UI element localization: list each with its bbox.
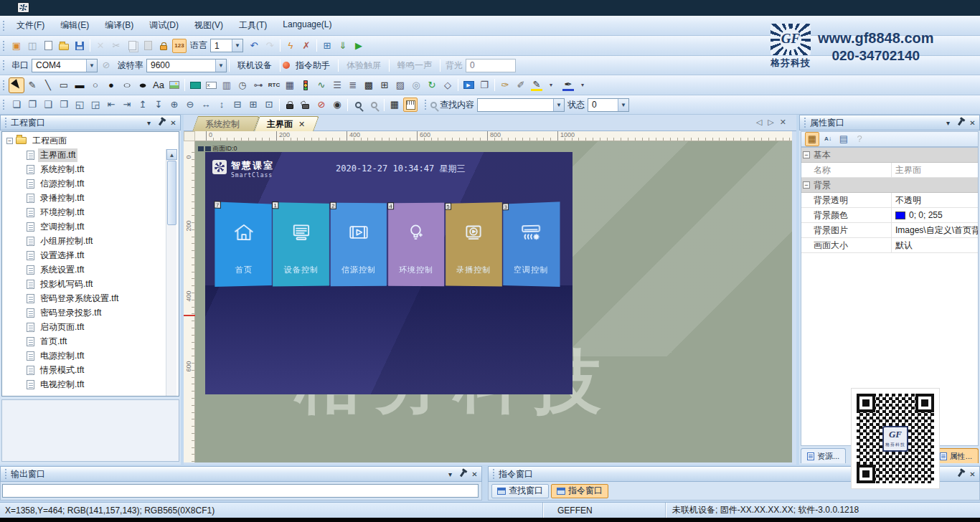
traffic-light-widget-icon[interactable] bbox=[298, 78, 313, 92]
align-bottom-icon[interactable]: ↧ bbox=[151, 98, 166, 112]
center-vertical-icon[interactable]: ⊖ bbox=[183, 98, 197, 112]
eyedropper-icon[interactable]: ✐ bbox=[514, 78, 528, 92]
find-content-select[interactable]: ▼ bbox=[477, 98, 565, 112]
rect-tool-icon[interactable]: ▭ bbox=[57, 78, 71, 92]
panel-widget-icon[interactable] bbox=[188, 78, 202, 92]
baud-rate-select[interactable]: 9600▼ bbox=[146, 59, 227, 72]
property-row[interactable]: 名称 主界面 bbox=[801, 163, 978, 178]
tree-item[interactable]: 首页.tft bbox=[2, 334, 179, 348]
scroll-up-icon[interactable]: ▲ bbox=[166, 149, 177, 160]
card-ac[interactable]: 3 空调控制 bbox=[503, 201, 560, 287]
编辑(E)[interactable]: 编辑(E) bbox=[52, 16, 97, 34]
run-icon[interactable]: ▶ bbox=[352, 39, 366, 53]
toolbar-grip[interactable] bbox=[424, 99, 427, 110]
tree-item[interactable]: 小组屏控制.tft bbox=[2, 234, 179, 248]
save-icon[interactable] bbox=[72, 39, 87, 53]
lock-object-icon[interactable] bbox=[283, 98, 297, 112]
tree-item[interactable]: 录播控制.tft bbox=[2, 191, 179, 205]
property-value[interactable]: 0; 0; 255 bbox=[891, 208, 978, 222]
next-tab-icon[interactable]: ▷ bbox=[768, 118, 773, 127]
alphabetical-sort-icon[interactable]: A↓ bbox=[821, 132, 835, 146]
unlock-object-icon[interactable] bbox=[298, 98, 313, 112]
close-icon[interactable]: ✕ bbox=[967, 469, 978, 480]
property-row[interactable]: − 背景 bbox=[801, 178, 978, 193]
dock-tab[interactable]: 指令窗口 bbox=[551, 484, 608, 498]
textbox-widget-icon[interactable]: x bbox=[204, 78, 218, 92]
button-widget-icon[interactable]: ▥ bbox=[220, 78, 234, 92]
close-icon[interactable]: ✕ bbox=[469, 469, 480, 480]
pin-icon[interactable] bbox=[457, 469, 468, 480]
ungroup-icon[interactable]: ◲ bbox=[88, 98, 103, 112]
工具(T)[interactable]: 工具(T) bbox=[231, 16, 275, 34]
dock-tab[interactable]: 查找窗口 bbox=[491, 484, 549, 498]
bring-to-front-icon[interactable]: ❏ bbox=[9, 98, 24, 112]
tree-root[interactable]: − 工程画面 bbox=[2, 133, 179, 148]
tree-item[interactable]: 系统设置.tft bbox=[2, 262, 179, 277]
tree-item[interactable]: 密码登录投影.tft bbox=[2, 305, 179, 320]
close-icon[interactable]: ✕ bbox=[168, 118, 179, 128]
ruler-toggle-icon[interactable] bbox=[403, 98, 418, 112]
redo-icon[interactable]: ↷ bbox=[263, 39, 277, 53]
property-row[interactable]: − 基本 bbox=[801, 148, 978, 163]
chevron-down-icon[interactable]: ▼ bbox=[86, 60, 97, 72]
tree-item[interactable]: 系统控制.tft bbox=[2, 162, 179, 176]
language-select[interactable]: 1▼ bbox=[210, 39, 243, 52]
panel-menu-icon[interactable]: ▾ bbox=[143, 118, 154, 128]
toolbar-grip[interactable] bbox=[2, 80, 5, 91]
文件(F)[interactable]: 文件(F) bbox=[9, 16, 52, 34]
list-widget-icon[interactable]: ☰ bbox=[330, 78, 344, 92]
panel-grip[interactable] bbox=[4, 117, 7, 128]
help-icon[interactable]: ? bbox=[852, 132, 867, 146]
state-select[interactable]: 0▼ bbox=[588, 98, 629, 112]
视图(V)[interactable]: 视图(V) bbox=[187, 16, 231, 34]
numeric-123-icon[interactable]: 123 bbox=[172, 39, 187, 53]
card-device[interactable]: 1 设备控制 bbox=[273, 202, 329, 286]
format-brush-icon[interactable]: ✑ bbox=[498, 78, 512, 92]
document-tab[interactable]: 主界面✕ bbox=[257, 116, 316, 131]
tree-item[interactable]: 投影机写码.tft bbox=[2, 277, 179, 291]
property-row[interactable]: 背景图片 Images\自定义\首页背景 bbox=[801, 223, 978, 238]
property-row[interactable]: 背景颜色 0; 0; 255 bbox=[801, 208, 978, 223]
pin-icon[interactable] bbox=[156, 118, 166, 128]
close-project-icon[interactable]: ◫ bbox=[25, 39, 39, 53]
shape-widget-icon[interactable]: ◇ bbox=[440, 78, 455, 92]
tree-scrollbar[interactable]: ▲ ▼ bbox=[166, 149, 176, 397]
ellipse-tool-icon[interactable]: ○ bbox=[120, 78, 134, 92]
backlight-input[interactable]: 0 bbox=[466, 59, 516, 72]
tree-item[interactable]: 电源控制.tft bbox=[2, 348, 179, 363]
pin-icon[interactable] bbox=[955, 469, 966, 480]
bring-forward-icon[interactable]: ❑ bbox=[41, 98, 55, 112]
chart-widget-icon[interactable]: ∿ bbox=[314, 78, 329, 92]
property-row[interactable]: 画面大小 默认 bbox=[801, 238, 978, 253]
pin-icon[interactable] bbox=[955, 118, 966, 128]
serial-port-select[interactable]: COM4▼ bbox=[32, 59, 98, 72]
panel-menu-icon[interactable]: ▾ bbox=[943, 118, 953, 128]
tree-item[interactable]: 信源控制.tft bbox=[2, 176, 179, 191]
filled-rect-tool-icon[interactable]: ▬ bbox=[72, 78, 87, 92]
toolbar-grip[interactable] bbox=[2, 60, 5, 71]
collapse-icon[interactable]: − bbox=[803, 181, 810, 189]
hide-object-icon[interactable]: ⊘ bbox=[314, 98, 329, 112]
output-field[interactable] bbox=[2, 484, 479, 498]
card-record[interactable]: 5 录播控制 bbox=[446, 202, 502, 286]
design-canvas[interactable]: 格芬科技 画面ID:0 智慧课室 SmartClass 2020-12-27 1… bbox=[195, 141, 792, 462]
space-horizontal-icon[interactable]: ↔ bbox=[199, 98, 213, 112]
send-backward-icon[interactable]: ❒ bbox=[57, 98, 71, 112]
panel-grip[interactable] bbox=[804, 117, 806, 128]
new-project-icon[interactable]: ▣ bbox=[9, 39, 24, 53]
tree-item[interactable]: 主界面.tft bbox=[2, 148, 179, 162]
send-to-back-icon[interactable]: ❐ bbox=[25, 98, 39, 112]
new-file-icon[interactable] bbox=[41, 39, 55, 53]
video-widget-icon[interactable]: ▶ bbox=[461, 78, 476, 92]
grid-toggle-icon[interactable]: ▦ bbox=[387, 98, 402, 112]
pipe-widget-icon[interactable]: ⊶ bbox=[251, 78, 265, 92]
table-widget-icon[interactable]: ⊞ bbox=[377, 78, 392, 92]
same-size-icon[interactable]: ⊡ bbox=[262, 98, 276, 112]
categorized-icon[interactable]: ▦ bbox=[805, 132, 819, 146]
delete-icon[interactable]: ✕ bbox=[93, 39, 108, 53]
download-load-icon[interactable]: ⇓ bbox=[336, 39, 350, 53]
qrcode-widget-icon[interactable]: ▩ bbox=[362, 78, 376, 92]
close-icon[interactable]: ✕ bbox=[967, 118, 978, 128]
rtc-widget-icon[interactable]: RTC bbox=[267, 78, 281, 92]
toolbar-grip[interactable] bbox=[2, 99, 5, 110]
